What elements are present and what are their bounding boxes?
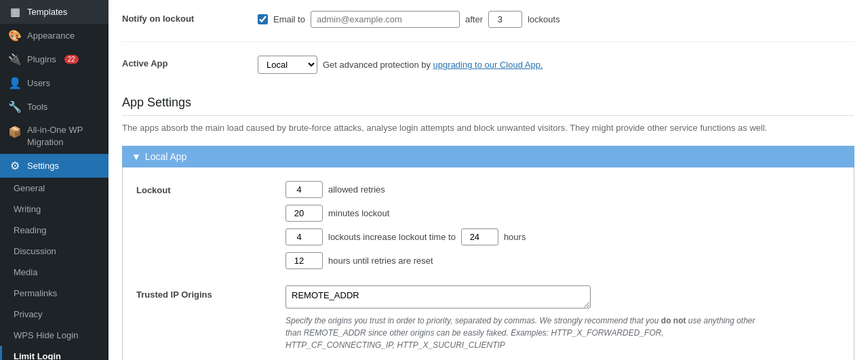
retries-input[interactable] (285, 181, 323, 198)
reset-input[interactable] (285, 252, 323, 269)
sidebar-item-label: Tools (27, 102, 47, 112)
active-app-select[interactable]: Local Cloud (258, 56, 317, 74)
settings-submenu: General Writing Reading Discussion Media… (0, 178, 108, 360)
notify-after-input[interactable] (488, 11, 522, 28)
sidebar-submenu-writing[interactable]: Writing (0, 199, 108, 220)
submenu-label: Permalinks (14, 288, 57, 298)
sidebar-submenu-discussion[interactable]: Discussion (0, 241, 108, 262)
users-icon: 👤 (8, 77, 22, 89)
lockout-minutes-row: minutes lockout (285, 205, 840, 222)
panel-header[interactable]: ▼ Local App (122, 146, 854, 167)
sidebar-item-label: Users (27, 78, 50, 88)
reset-label: hours until retries are reset (328, 256, 433, 266)
lockout-row: Lockout allowed retries minutes lockout (136, 181, 840, 269)
trusted-ip-description: Specify the origins you trust in order t… (285, 315, 760, 351)
trusted-ip-row: Trusted IP Origins REMOTE_ADDR Specify t… (136, 285, 840, 351)
collapse-icon: ▼ (132, 151, 141, 162)
submenu-label: Writing (14, 204, 41, 214)
active-app-row: Active App Local Cloud Get advanced prot… (122, 56, 854, 87)
lockout-grid: allowed retries minutes lockout lockouts… (285, 181, 840, 269)
notify-label: Notify on lockout (122, 11, 258, 24)
minutes-input[interactable] (285, 205, 323, 222)
panel-body: Lockout allowed retries minutes lockout (122, 167, 854, 361)
submenu-label: General (14, 183, 45, 193)
sidebar-submenu-general[interactable]: General (0, 178, 108, 199)
notify-email-input[interactable] (311, 11, 460, 28)
sidebar-submenu-limit-login[interactable]: Limit Login Attempts (0, 346, 108, 360)
panel-title: Local App (145, 151, 187, 162)
sidebar-item-label: Templates (27, 7, 67, 17)
lockout-reset-row: hours until retries are reset (285, 252, 840, 269)
lockout-label: Lockout (136, 181, 285, 195)
submenu-label: Limit Login Attempts (14, 351, 100, 360)
sidebar-submenu-privacy[interactable]: Privacy (0, 304, 108, 325)
notify-control: Email to after lockouts (258, 11, 854, 28)
notify-row: Notify on lockout Email to after lockout… (122, 11, 854, 42)
sidebar-submenu-reading[interactable]: Reading (0, 220, 108, 241)
sidebar-item-templates[interactable]: ▦ Templates (0, 0, 108, 24)
submenu-label: Reading (14, 225, 46, 235)
settings-icon: ⚙ (8, 159, 22, 172)
lockout-increase-row: lockouts increase lockout time to hours (285, 228, 840, 245)
submenu-label: Media (14, 267, 37, 277)
trusted-ip-label: Trusted IP Origins (136, 285, 285, 300)
sidebar-item-settings[interactable]: ⚙ Settings (0, 154, 108, 178)
after-label: after (465, 14, 483, 24)
content-area: Notify on lockout Email to after lockout… (108, 0, 868, 360)
lockouts-label: lockouts (528, 14, 560, 24)
app-settings-title: App Settings (122, 96, 854, 116)
sidebar-item-label: Appearance (27, 31, 75, 41)
main-content: Notify on lockout Email to after lockout… (108, 0, 868, 360)
hours-increase-input[interactable] (461, 228, 498, 245)
migration-icon: 📦 (8, 125, 22, 138)
active-app-label: Active App (122, 56, 258, 68)
submenu-label: WPS Hide Login (14, 330, 78, 340)
plugins-icon: 🔌 (8, 53, 22, 66)
plugins-badge: 22 (64, 55, 79, 64)
lockout-retries-row: allowed retries (285, 181, 840, 198)
trusted-ip-textarea[interactable]: REMOTE_ADDR (285, 285, 591, 308)
upgrade-link[interactable]: upgrading to our Cloud App. (433, 60, 543, 70)
sidebar-item-users[interactable]: 👤 Users (0, 71, 108, 95)
increase-input[interactable] (285, 228, 323, 245)
appearance-icon: 🎨 (8, 29, 22, 42)
lockout-control: allowed retries minutes lockout lockouts… (285, 181, 840, 269)
sidebar: ▦ Templates 🎨 Appearance 🔌 Plugins 22 👤 … (0, 0, 108, 360)
tools-icon: 🔧 (8, 100, 22, 113)
templates-icon: ▦ (8, 5, 22, 18)
app-settings-description: The apps absorb the main load caused by … (122, 121, 854, 135)
trusted-ip-control: REMOTE_ADDR Specify the origins you trus… (285, 285, 840, 351)
sidebar-item-label: All-in-One WP Migration (27, 124, 100, 148)
sidebar-item-label: Settings (27, 161, 59, 171)
local-app-panel: ▼ Local App Lockout allowed retries (122, 146, 854, 361)
sidebar-item-migration[interactable]: 📦 All-in-One WP Migration (0, 119, 108, 154)
sidebar-submenu-media[interactable]: Media (0, 262, 108, 283)
notify-checkbox[interactable] (258, 14, 268, 24)
submenu-label: Discussion (14, 246, 56, 256)
sidebar-item-label: Plugins (27, 54, 56, 64)
sidebar-item-appearance[interactable]: 🎨 Appearance (0, 24, 108, 47)
sidebar-item-tools[interactable]: 🔧 Tools (0, 95, 108, 119)
hours-label: hours (504, 232, 526, 242)
active-app-control: Local Cloud Get advanced protection by u… (258, 56, 854, 74)
sidebar-item-plugins[interactable]: 🔌 Plugins 22 (0, 47, 108, 71)
retries-label: allowed retries (328, 184, 385, 195)
sidebar-submenu-wps-hide-login[interactable]: WPS Hide Login (0, 325, 108, 346)
minutes-label: minutes lockout (328, 208, 389, 218)
submenu-label: Privacy (14, 309, 43, 319)
upgrade-text: Get advanced protection by upgrading to … (323, 60, 543, 70)
email-label: Email to (273, 14, 305, 24)
increase-label: lockouts increase lockout time to (328, 232, 456, 242)
sidebar-submenu-permalinks[interactable]: Permalinks (0, 283, 108, 304)
